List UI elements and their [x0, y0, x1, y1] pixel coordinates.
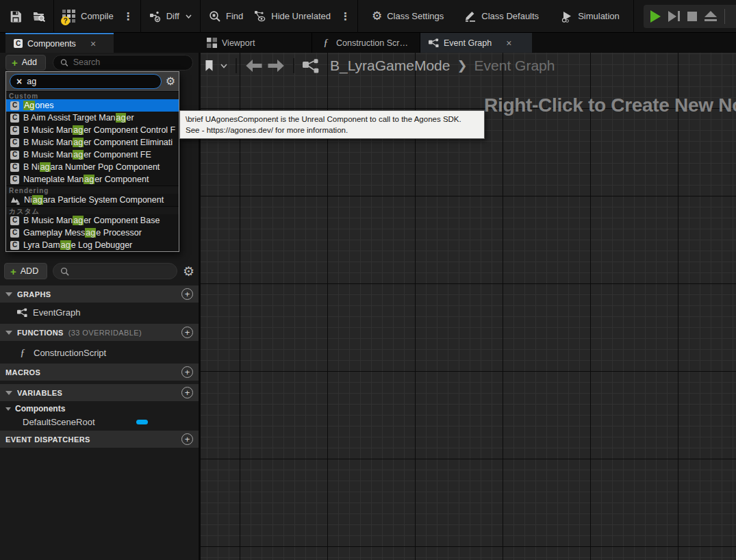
- main-toolbar: ? Compile ⋮ Diff Find: [0, 0, 736, 33]
- dropdown-result-item[interactable]: CB Music Manager Component Base: [6, 214, 179, 227]
- hide-unrelated-options-kebab[interactable]: ⋮: [336, 10, 355, 23]
- close-tab-icon[interactable]: ×: [90, 38, 96, 49]
- function-icon: ƒ: [320, 37, 331, 49]
- variable-type-pill[interactable]: [136, 420, 148, 424]
- variable-default-scene-root[interactable]: DefaultSceneRoot: [0, 415, 199, 429]
- add-component-dropdown: × ⚙ CustomCAgonesCB Aim Assist Target Ma…: [5, 71, 179, 252]
- breadcrumb-blueprint-name[interactable]: B_LyraGameMode: [330, 58, 450, 74]
- tab-event-graph[interactable]: Event Graph ×: [420, 33, 532, 53]
- dropdown-result-item[interactable]: CB Music Manager Component FE: [6, 149, 179, 161]
- viewport-tab-label: Viewport: [222, 38, 255, 48]
- my-blueprint-settings-gear-icon[interactable]: ⚙: [183, 265, 194, 278]
- dropdown-result-item[interactable]: CGameplay Message Processor: [6, 227, 179, 239]
- find-button[interactable]: Find: [203, 6, 249, 27]
- component-class-icon: C: [10, 216, 19, 225]
- toolbar-separator: [140, 0, 141, 33]
- breadcrumb: B_LyraGameMode ❯ Event Graph: [330, 58, 555, 74]
- result-item-label: B Music Manager Component Base: [23, 216, 160, 225]
- components-search-box[interactable]: [53, 55, 193, 71]
- dropdown-result-item[interactable]: Niagara Particle System Component: [6, 194, 179, 206]
- add-component-button[interactable]: + Add: [5, 55, 46, 71]
- section-event-dispatchers[interactable]: EVENT DISPATCHERS +: [0, 431, 199, 448]
- event-graph-item[interactable]: EventGraph: [0, 303, 199, 321]
- graph-icon: [17, 307, 27, 318]
- section-functions[interactable]: FUNCTIONS (33 OVERRIDABLE) +: [0, 324, 199, 341]
- hide-unrelated-label: Hide Unrelated: [271, 11, 331, 21]
- dropdown-result-item[interactable]: CNameplate Manager Component: [6, 173, 179, 186]
- simulation-button[interactable]: Simulation: [555, 6, 625, 27]
- graph-tabbar: Viewport ƒ Construction Scr… Event Graph…: [199, 33, 736, 53]
- search-match-highlight: ag: [73, 216, 84, 225]
- dropdown-result-item[interactable]: CB Aim Assist Target Manager: [6, 112, 179, 124]
- play-options-kebab[interactable]: ⋮: [733, 10, 736, 23]
- compile-options-kebab[interactable]: ⋮: [119, 10, 138, 23]
- dropdown-settings-gear-icon[interactable]: ⚙: [166, 76, 175, 87]
- diff-button[interactable]: Diff: [144, 6, 197, 27]
- blueprint-editor-window: ? Compile ⋮ Diff Find: [0, 0, 736, 560]
- save-button[interactable]: [4, 6, 27, 27]
- add-macro-button[interactable]: +: [181, 366, 193, 378]
- collapse-arrow-icon[interactable]: [5, 407, 11, 411]
- tab-construction-script[interactable]: ƒ Construction Scr…: [312, 33, 420, 53]
- dropdown-result-item[interactable]: CB Niagara Number Pop Component: [6, 161, 179, 173]
- back-arrow-icon[interactable]: [245, 60, 262, 72]
- add-variable-button[interactable]: +: [181, 387, 193, 398]
- add-graph-button[interactable]: +: [181, 288, 193, 300]
- browse-button[interactable]: [27, 6, 51, 27]
- search-match-highlight: Ag: [23, 101, 35, 110]
- close-tab-icon[interactable]: ×: [506, 38, 511, 49]
- search-icon: [60, 58, 68, 67]
- search-match-highlight: ag: [85, 228, 96, 238]
- functions-header-label: FUNCTIONS: [17, 329, 64, 337]
- add-event-dispatcher-button[interactable]: +: [181, 433, 193, 445]
- dropdown-header: × ⚙: [6, 72, 179, 91]
- stop-button[interactable]: [687, 12, 697, 21]
- class-defaults-button[interactable]: Class Defaults: [459, 6, 544, 27]
- dropdown-search-input[interactable]: [27, 77, 154, 86]
- compile-button[interactable]: ? Compile: [57, 5, 119, 27]
- collapse-arrow-icon[interactable]: [5, 331, 12, 335]
- collapse-arrow-icon[interactable]: [5, 391, 12, 395]
- dropdown-result-item[interactable]: CB Music Manager Component Eliminati: [6, 136, 179, 149]
- construction-script-item[interactable]: ƒ ConstructionScript: [0, 344, 199, 361]
- forward-arrow-icon[interactable]: [268, 60, 285, 72]
- toolbar-separator: [633, 0, 634, 33]
- diff-icon: [149, 10, 162, 23]
- result-item-label: Niagara Particle System Component: [24, 195, 164, 205]
- breadcrumb-current-graph[interactable]: Event Graph: [474, 58, 555, 74]
- clear-search-icon[interactable]: ×: [16, 77, 22, 86]
- dropdown-result-item[interactable]: CAgones: [6, 99, 179, 112]
- frame-skip-button[interactable]: [668, 11, 680, 22]
- dropdown-result-item[interactable]: CLyra Damage Log Debugger: [6, 239, 179, 251]
- class-settings-button[interactable]: ⚙ Class Settings: [366, 6, 449, 26]
- section-graphs[interactable]: GRAPHS +: [0, 285, 199, 303]
- collapse-arrow-icon[interactable]: [5, 292, 12, 296]
- graph-icon: [429, 38, 439, 48]
- my-blueprint-search-box[interactable]: [53, 263, 177, 279]
- components-search-input[interactable]: [73, 58, 186, 67]
- graph-watermark: Right-Click to Create New No: [484, 94, 736, 116]
- eject-button[interactable]: [705, 11, 717, 21]
- save-icon: [10, 10, 22, 23]
- my-blueprint-add-button[interactable]: + ADD: [4, 263, 47, 279]
- tab-components[interactable]: C Components ×: [5, 33, 114, 53]
- variables-components-group[interactable]: Components: [0, 403, 199, 415]
- section-variables[interactable]: VARIABLES +: [0, 384, 199, 401]
- section-macros[interactable]: MACROS +: [0, 364, 199, 381]
- result-item-label: B Music Manager Component Eliminati: [23, 138, 173, 147]
- left-tabbar: C Components ×: [0, 33, 199, 53]
- hide-unrelated-button[interactable]: Hide Unrelated: [249, 6, 336, 27]
- dropdown-search-box[interactable]: ×: [10, 74, 162, 89]
- find-label: Find: [226, 11, 243, 21]
- macros-header-label: MACROS: [5, 368, 40, 377]
- components-add-row: + Add: [0, 53, 199, 72]
- add-function-button[interactable]: +: [181, 327, 193, 338]
- dropdown-result-item[interactable]: CB Music Manager Component Control F: [6, 124, 179, 136]
- my-blueprint-add-row: + ADD ⚙: [0, 261, 199, 281]
- bookmark-icon[interactable]: [204, 60, 215, 73]
- play-button[interactable]: [650, 10, 661, 23]
- tab-viewport[interactable]: Viewport: [199, 33, 312, 53]
- plus-icon: +: [10, 266, 16, 277]
- chevron-down-icon[interactable]: [220, 64, 227, 68]
- search-icon: [60, 267, 69, 276]
